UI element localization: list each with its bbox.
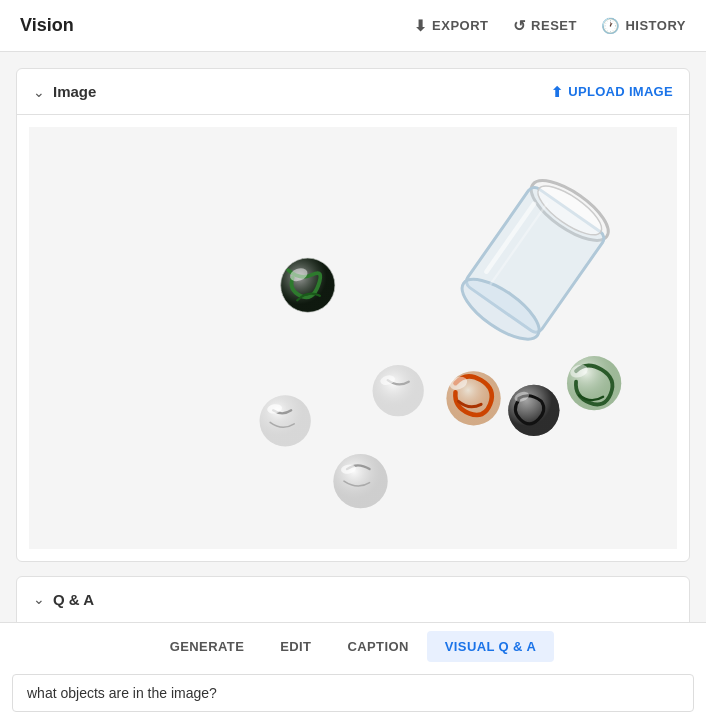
export-button[interactable]: ⬇ EXPORT [414, 17, 489, 35]
bottom-tabs: GENERATE EDIT CAPTION VISUAL Q & A [0, 622, 706, 724]
question-input[interactable] [12, 674, 694, 712]
image-card-header: ⌄ Image ⬆ UPLOAD IMAGE [17, 69, 689, 115]
tab-edit[interactable]: EDIT [262, 631, 329, 662]
collapse-icon[interactable]: ⌄ [33, 84, 45, 100]
svg-point-8 [281, 258, 335, 312]
qa-collapse-icon[interactable]: ⌄ [33, 591, 45, 607]
qa-header-left: ⌄ Q & A [33, 591, 94, 608]
card-header-left: ⌄ Image [33, 83, 96, 100]
topbar: Vision ⬇ EXPORT ↺ RESET 🕐 HISTORY [0, 0, 706, 52]
export-icon: ⬇ [414, 17, 428, 35]
topbar-actions: ⬇ EXPORT ↺ RESET 🕐 HISTORY [414, 17, 686, 35]
history-icon: 🕐 [601, 17, 621, 35]
marbles-image [29, 127, 677, 549]
input-row [0, 666, 706, 724]
image-card-title: Image [53, 83, 96, 100]
reset-icon: ↺ [513, 17, 527, 35]
tabs-row: GENERATE EDIT CAPTION VISUAL Q & A [0, 623, 706, 666]
history-button[interactable]: 🕐 HISTORY [601, 17, 686, 35]
qa-card-header: ⌄ Q & A [17, 577, 689, 623]
upload-image-button[interactable]: ⬆ UPLOAD IMAGE [551, 84, 673, 100]
svg-point-14 [373, 365, 424, 416]
app-title: Vision [20, 15, 414, 36]
reset-button[interactable]: ↺ RESET [513, 17, 577, 35]
tab-generate[interactable]: GENERATE [152, 631, 262, 662]
image-card: ⌄ Image ⬆ UPLOAD IMAGE [16, 68, 690, 562]
svg-point-26 [333, 454, 387, 508]
tab-caption[interactable]: CAPTION [329, 631, 426, 662]
tab-visual-qa[interactable]: VISUAL Q & A [427, 631, 554, 662]
image-area [17, 115, 689, 561]
qa-card-title: Q & A [53, 591, 94, 608]
svg-point-11 [260, 395, 311, 446]
upload-icon: ⬆ [551, 84, 563, 100]
